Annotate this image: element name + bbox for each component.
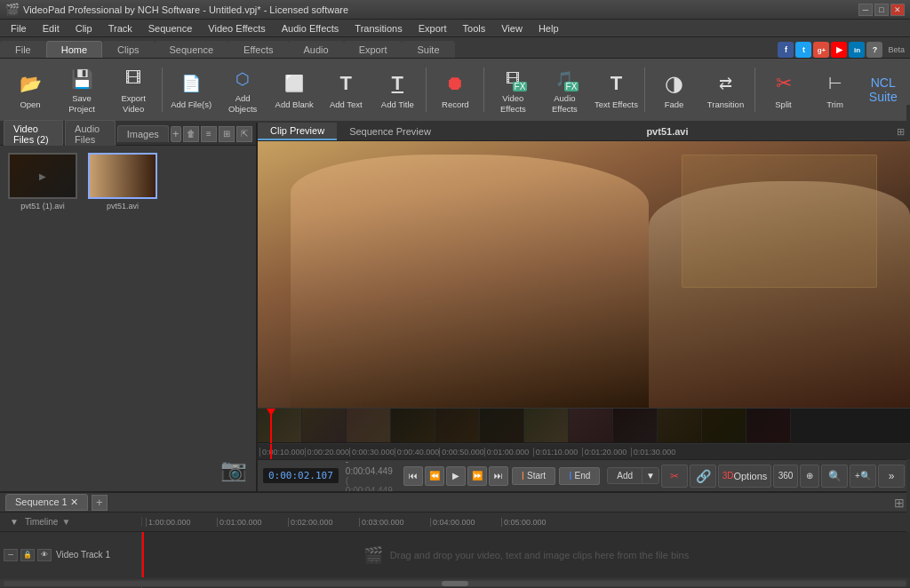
film-frame-8 [569,409,613,442]
fade-button[interactable]: ◑ Fade [649,61,698,118]
3d-options-button[interactable]: 3D Options [718,465,771,488]
video-thumb-2[interactable]: pvt51.avi [87,153,158,211]
file-action-grid[interactable]: ⊞ [219,126,235,142]
record-button[interactable]: ⏺ Record [430,61,480,118]
ruler-mark-7: 0:01:20.000 [582,448,631,457]
rewind-start-button[interactable]: ⏮ [403,466,423,486]
save-project-button[interactable]: 💾 Save Project [57,61,107,118]
split-icon: ✂ [770,69,798,98]
menu-tools[interactable]: Tools [456,21,493,36]
timeline-header: ▼ Timeline ▼ 1:00:00.000 0:01:00.000 0:0… [0,513,910,532]
left-panel: Video Files (2) Audio Files Images + 🗑 ≡… [0,123,258,491]
file-action-delete[interactable]: 🗑 [183,126,199,142]
add-objects-label: Add Objects [220,93,265,114]
tab-clips[interactable]: Clips [102,41,154,58]
menu-help[interactable]: Help [531,21,566,36]
zoom-in-button[interactable]: +🔍 [850,465,876,488]
add-text-button[interactable]: T Add Text [321,61,371,118]
forward-end-button[interactable]: ⏭ [489,466,508,486]
timeline-sort-btn[interactable]: ▼ [61,517,70,527]
file-action-list[interactable]: ≡ [201,126,217,142]
preview-tab-clip[interactable]: Clip Preview [258,123,337,140]
menu-file[interactable]: File [4,21,34,36]
film-frame-7 [524,409,569,442]
track-lock-btn[interactable]: 🔒 [20,549,35,561]
file-tab-video[interactable]: Video Files (2) [4,120,63,147]
google-icon[interactable]: g+ [813,42,829,58]
split-tool-button[interactable]: ✂ [661,465,688,488]
toolbar: 📂 Open 💾 Save Project 🎞 Export Video 📄 A… [0,59,910,123]
menu-clip[interactable]: Clip [68,21,100,36]
youtube-icon[interactable]: ▶ [831,42,847,58]
add-objects-button[interactable]: ⬡ Add Objects [218,61,267,118]
export-icon: 🎞 [119,66,148,91]
ncl-suite-button[interactable]: NCLSuite [862,61,905,118]
tab-suite[interactable]: Suite [402,41,454,58]
open-button[interactable]: 📂 Open [5,61,55,118]
sequence-add-button[interactable]: + [92,495,108,511]
360-button[interactable]: 360 [773,465,798,488]
unlink-tool-button[interactable]: 🔗 [690,465,716,488]
file-tab-add-button[interactable]: + [171,126,181,142]
trim-button[interactable]: ⊢ Trim [810,61,860,118]
video-effects-button[interactable]: 🎞FX Video Effects [488,61,538,118]
sequence-tab[interactable]: Sequence 1 ✕ [5,494,88,511]
right-panel: Clip Preview Sequence Preview pvt51.avi … [258,123,910,491]
menu-view[interactable]: View [494,21,530,36]
mid-scrollbar [0,578,910,587]
track-visible-btn[interactable]: 👁 [37,549,52,561]
video-thumb-1[interactable]: ▶ pvt51 (1).avi [7,153,78,211]
help-icon[interactable]: ? [866,42,882,58]
menu-transitions[interactable]: Transitions [347,21,409,36]
twitter-icon[interactable]: t [795,42,811,58]
facebook-icon[interactable]: f [778,42,794,58]
audio-effects-button[interactable]: 🎵FX Audio Effects [539,61,589,118]
linkedin-icon[interactable]: in [849,42,865,58]
add-clip-button[interactable]: Add [608,468,642,483]
sequence-expand-btn[interactable]: ⊞ [894,496,905,510]
add-blank-button[interactable]: ⬜ Add Blank [269,61,319,118]
maximize-button[interactable]: □ [874,4,889,16]
tab-home[interactable]: Home [46,41,102,58]
add-clip-arrow[interactable]: ▼ [642,468,659,483]
tab-file[interactable]: File [0,41,46,58]
tab-sequence[interactable]: Sequence [155,41,229,58]
preview-tab-sequence[interactable]: Sequence Preview [337,123,443,139]
panel-expand[interactable]: ⇱ [236,126,252,142]
rewind-button[interactable]: ⏪ [425,466,444,486]
track-collapse-btn[interactable]: ─ [4,549,18,561]
forward-button[interactable]: ⏩ [467,466,487,486]
file-tab-audio[interactable]: Audio Files [65,120,116,147]
zoom-out-button[interactable]: 🔍 [821,465,848,488]
record-label: Record [442,99,469,109]
video-track-content[interactable]: 🎬 Drag and drop your video, text and ima… [142,532,910,577]
file-tab-images[interactable]: Images [117,125,169,142]
add-files-button[interactable]: 📄 Add File(s) [166,61,216,118]
play-button[interactable]: ▶ [446,466,466,486]
end-marker-button[interactable]: I End [559,467,600,485]
export-video-button[interactable]: 🎞 Export Video [108,61,158,118]
close-button[interactable]: ✕ [890,4,905,16]
timeline-collapse-btn[interactable]: ▼ [7,517,21,527]
tab-export[interactable]: Export [344,41,403,58]
ruler-mark-3: 0:00:40.000 [395,448,440,457]
more-options-button[interactable]: » [878,465,905,488]
menu-export[interactable]: Export [411,21,454,36]
menu-edit[interactable]: Edit [36,21,67,36]
text-effects-button[interactable]: T Text Effects [591,61,641,118]
titlebar-controls[interactable]: ─ □ ✕ [858,4,905,16]
menu-track[interactable]: Track [101,21,140,36]
add-title-button[interactable]: T Add Title [372,61,422,118]
transition-button[interactable]: ⇄ Transition [700,61,750,118]
menu-video-effects[interactable]: Video Effects [201,21,272,36]
menu-audio-effects[interactable]: Audio Effects [275,21,347,36]
start-marker-button[interactable]: I Start [512,467,555,485]
tab-audio[interactable]: Audio [289,41,344,58]
mid-scrollbar-thumb[interactable] [442,581,468,586]
timeline-ruler: 1:00:00.000 0:01:00.000 0:02:00.000 0:03… [142,518,910,527]
minimize-button[interactable]: ─ [858,4,873,16]
menu-sequence[interactable]: Sequence [141,21,200,36]
split-button[interactable]: ✂ Split [759,61,809,118]
tab-effects[interactable]: Effects [228,41,288,58]
unknown-btn1[interactable]: ⊕ [800,465,819,488]
